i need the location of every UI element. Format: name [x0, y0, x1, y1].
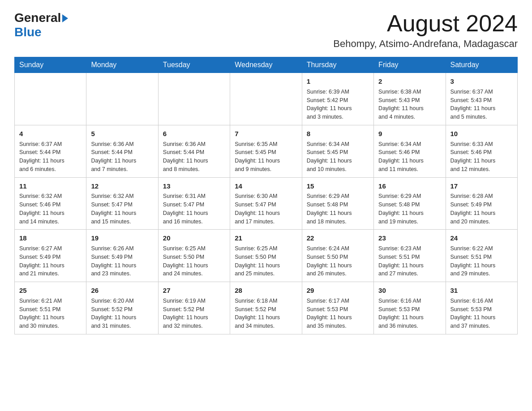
weekday-header-saturday: Saturday — [446, 57, 517, 73]
day-number: 17 — [450, 181, 513, 191]
weekday-header-wednesday: Wednesday — [230, 57, 302, 73]
day-number: 2 — [378, 77, 441, 86]
day-info: Sunrise: 6:36 AMSunset: 5:44 PMDaylight:… — [91, 140, 153, 174]
calendar-cell: 30Sunrise: 6:16 AMSunset: 5:53 PMDayligh… — [374, 282, 446, 334]
day-info: Sunrise: 6:33 AMSunset: 5:46 PMDaylight:… — [450, 140, 513, 174]
day-info: Sunrise: 6:16 AMSunset: 5:53 PMDaylight:… — [378, 297, 441, 330]
calendar-table: SundayMondayTuesdayWednesdayThursdayFrid… — [14, 57, 518, 334]
day-info: Sunrise: 6:21 AMSunset: 5:51 PMDaylight:… — [19, 297, 82, 330]
calendar-cell — [86, 73, 158, 125]
day-info: Sunrise: 6:20 AMSunset: 5:52 PMDaylight:… — [91, 297, 153, 330]
day-number: 5 — [91, 129, 153, 139]
title-block: August 2024 Behompy, Atsimo-Andrefana, M… — [333, 11, 518, 50]
day-info: Sunrise: 6:26 AMSunset: 5:49 PMDaylight:… — [91, 244, 153, 278]
calendar-cell: 27Sunrise: 6:19 AMSunset: 5:52 PMDayligh… — [158, 282, 230, 334]
calendar-cell: 1Sunrise: 6:39 AMSunset: 5:42 PMDaylight… — [302, 73, 373, 125]
calendar-week-5: 25Sunrise: 6:21 AMSunset: 5:51 PMDayligh… — [15, 282, 518, 334]
day-info: Sunrise: 6:22 AMSunset: 5:51 PMDaylight:… — [450, 244, 513, 278]
day-info: Sunrise: 6:23 AMSunset: 5:51 PMDaylight:… — [378, 244, 441, 278]
day-number: 21 — [235, 233, 297, 243]
day-info: Sunrise: 6:37 AMSunset: 5:43 PMDaylight:… — [450, 88, 513, 121]
day-info: Sunrise: 6:29 AMSunset: 5:48 PMDaylight:… — [378, 192, 441, 226]
day-number: 27 — [163, 286, 225, 295]
day-number: 25 — [19, 286, 82, 295]
calendar-cell: 3Sunrise: 6:37 AMSunset: 5:43 PMDaylight… — [446, 73, 517, 125]
calendar-cell: 8Sunrise: 6:34 AMSunset: 5:45 PMDaylight… — [302, 125, 373, 177]
day-number: 1 — [307, 77, 369, 86]
day-number: 12 — [91, 181, 153, 191]
calendar-cell: 11Sunrise: 6:32 AMSunset: 5:46 PMDayligh… — [15, 177, 86, 230]
calendar-cell: 31Sunrise: 6:16 AMSunset: 5:53 PMDayligh… — [446, 282, 517, 334]
calendar-week-2: 4Sunrise: 6:37 AMSunset: 5:44 PMDaylight… — [15, 125, 518, 177]
day-number: 24 — [450, 233, 513, 243]
day-number: 16 — [378, 181, 441, 191]
calendar-cell: 10Sunrise: 6:33 AMSunset: 5:46 PMDayligh… — [446, 125, 517, 177]
calendar-cell: 24Sunrise: 6:22 AMSunset: 5:51 PMDayligh… — [446, 230, 517, 282]
day-info: Sunrise: 6:37 AMSunset: 5:44 PMDaylight:… — [19, 140, 82, 174]
calendar-cell — [158, 73, 230, 125]
calendar-cell: 4Sunrise: 6:37 AMSunset: 5:44 PMDaylight… — [15, 125, 86, 177]
day-info: Sunrise: 6:32 AMSunset: 5:46 PMDaylight:… — [19, 192, 82, 226]
day-number: 15 — [307, 181, 369, 191]
calendar-cell: 7Sunrise: 6:35 AMSunset: 5:45 PMDaylight… — [230, 125, 302, 177]
day-number: 3 — [450, 77, 513, 86]
day-number: 31 — [450, 286, 513, 295]
day-number: 26 — [91, 286, 153, 295]
day-info: Sunrise: 6:34 AMSunset: 5:46 PMDaylight:… — [378, 140, 441, 174]
day-info: Sunrise: 6:30 AMSunset: 5:47 PMDaylight:… — [235, 192, 297, 226]
day-number: 4 — [19, 129, 82, 139]
calendar-week-4: 18Sunrise: 6:27 AMSunset: 5:49 PMDayligh… — [15, 230, 518, 282]
day-number: 6 — [163, 129, 225, 139]
calendar-cell: 26Sunrise: 6:20 AMSunset: 5:52 PMDayligh… — [86, 282, 158, 334]
calendar-cell: 6Sunrise: 6:36 AMSunset: 5:44 PMDaylight… — [158, 125, 230, 177]
calendar-cell: 18Sunrise: 6:27 AMSunset: 5:49 PMDayligh… — [15, 230, 86, 282]
day-info: Sunrise: 6:29 AMSunset: 5:48 PMDaylight:… — [307, 192, 369, 226]
calendar-cell: 2Sunrise: 6:38 AMSunset: 5:43 PMDaylight… — [374, 73, 446, 125]
day-info: Sunrise: 6:25 AMSunset: 5:50 PMDaylight:… — [235, 244, 297, 278]
calendar-cell: 14Sunrise: 6:30 AMSunset: 5:47 PMDayligh… — [230, 177, 302, 230]
calendar-cell: 22Sunrise: 6:24 AMSunset: 5:50 PMDayligh… — [302, 230, 373, 282]
calendar-week-1: 1Sunrise: 6:39 AMSunset: 5:42 PMDaylight… — [15, 73, 518, 125]
month-title: August 2024 — [333, 11, 518, 36]
calendar-cell: 5Sunrise: 6:36 AMSunset: 5:44 PMDaylight… — [86, 125, 158, 177]
calendar-cell: 28Sunrise: 6:18 AMSunset: 5:52 PMDayligh… — [230, 282, 302, 334]
calendar-cell — [230, 73, 302, 125]
day-info: Sunrise: 6:38 AMSunset: 5:43 PMDaylight:… — [378, 88, 441, 121]
day-number: 10 — [450, 129, 513, 139]
day-info: Sunrise: 6:27 AMSunset: 5:49 PMDaylight:… — [19, 244, 82, 278]
day-info: Sunrise: 6:17 AMSunset: 5:53 PMDaylight:… — [307, 297, 369, 330]
calendar-cell: 12Sunrise: 6:32 AMSunset: 5:47 PMDayligh… — [86, 177, 158, 230]
calendar-cell: 9Sunrise: 6:34 AMSunset: 5:46 PMDaylight… — [374, 125, 446, 177]
day-number: 18 — [19, 233, 82, 243]
weekday-header-thursday: Thursday — [302, 57, 373, 73]
weekday-header-sunday: Sunday — [15, 57, 86, 73]
logo-blue-text: Blue — [14, 25, 42, 39]
calendar-cell: 13Sunrise: 6:31 AMSunset: 5:47 PMDayligh… — [158, 177, 230, 230]
day-info: Sunrise: 6:18 AMSunset: 5:52 PMDaylight:… — [235, 297, 297, 330]
day-info: Sunrise: 6:24 AMSunset: 5:50 PMDaylight:… — [307, 244, 369, 278]
day-number: 7 — [235, 129, 297, 139]
day-info: Sunrise: 6:32 AMSunset: 5:47 PMDaylight:… — [91, 192, 153, 226]
day-number: 9 — [378, 129, 441, 139]
day-number: 30 — [378, 286, 441, 295]
calendar-cell: 21Sunrise: 6:25 AMSunset: 5:50 PMDayligh… — [230, 230, 302, 282]
day-info: Sunrise: 6:25 AMSunset: 5:50 PMDaylight:… — [163, 244, 225, 278]
day-number: 13 — [163, 181, 225, 191]
calendar-cell: 25Sunrise: 6:21 AMSunset: 5:51 PMDayligh… — [15, 282, 86, 334]
weekday-header-tuesday: Tuesday — [158, 57, 230, 73]
day-info: Sunrise: 6:36 AMSunset: 5:44 PMDaylight:… — [163, 140, 225, 174]
day-info: Sunrise: 6:31 AMSunset: 5:47 PMDaylight:… — [163, 192, 225, 226]
day-number: 28 — [235, 286, 297, 295]
day-number: 8 — [307, 129, 369, 139]
logo-triangle-icon — [62, 14, 68, 22]
calendar-header-row: SundayMondayTuesdayWednesdayThursdayFrid… — [15, 57, 518, 73]
day-info: Sunrise: 6:28 AMSunset: 5:49 PMDaylight:… — [450, 192, 513, 226]
day-number: 19 — [91, 233, 153, 243]
calendar-cell: 15Sunrise: 6:29 AMSunset: 5:48 PMDayligh… — [302, 177, 373, 230]
day-info: Sunrise: 6:19 AMSunset: 5:52 PMDaylight:… — [163, 297, 225, 330]
day-info: Sunrise: 6:35 AMSunset: 5:45 PMDaylight:… — [235, 140, 297, 174]
day-info: Sunrise: 6:39 AMSunset: 5:42 PMDaylight:… — [307, 88, 369, 121]
location-title: Behompy, Atsimo-Andrefana, Madagascar — [333, 38, 518, 50]
weekday-header-monday: Monday — [86, 57, 158, 73]
day-number: 23 — [378, 233, 441, 243]
